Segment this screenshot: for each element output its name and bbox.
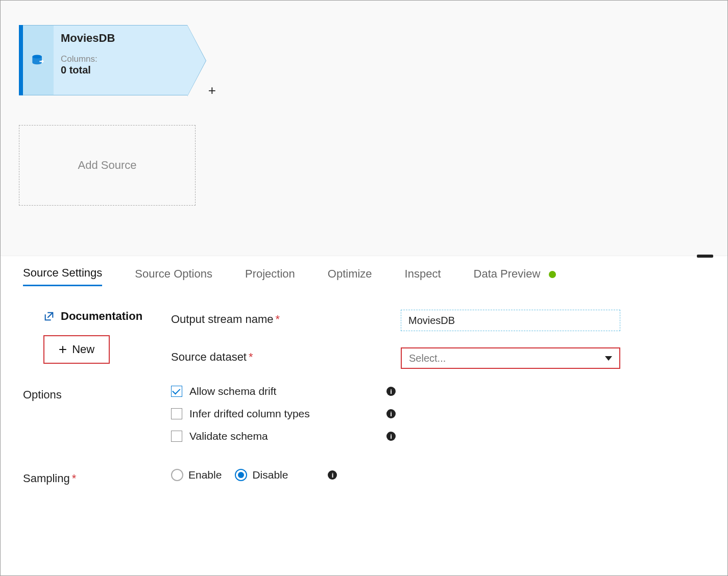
add-source-label: Add Source (78, 159, 137, 172)
node-columns-label: Columns: (61, 54, 180, 64)
source-dataset-label: Source dataset* (171, 347, 396, 364)
tab-data-preview[interactable]: Data Preview (474, 267, 556, 286)
tab-inspect[interactable]: Inspect (405, 267, 441, 286)
tab-projection[interactable]: Projection (245, 267, 295, 286)
output-stream-name-input[interactable] (401, 310, 620, 331)
chevron-down-icon (605, 356, 612, 361)
option-infer-drifted-column-types[interactable]: Infer drifted column types i (171, 408, 457, 420)
external-link-icon (43, 311, 55, 322)
checkbox-allow-schema-drift[interactable] (171, 386, 182, 397)
node-accent-bar (19, 25, 23, 95)
documentation-label: Documentation (61, 310, 142, 323)
info-icon[interactable]: i (386, 387, 396, 396)
option-label: Infer drifted column types (189, 408, 310, 420)
required-asterisk: * (276, 313, 280, 325)
node-icon-area (23, 25, 54, 95)
data-preview-status-dot (549, 271, 556, 278)
sampling-group: Enable Disable i (171, 469, 457, 481)
documentation-link[interactable]: Documentation (43, 310, 166, 323)
option-label: Allow schema drift (189, 385, 276, 397)
option-label: Validate schema (189, 430, 268, 442)
settings-tab-strip: Source Settings Source Options Projectio… (1, 256, 727, 286)
sampling-disable-option[interactable]: Disable (235, 469, 288, 481)
plus-icon: + (59, 342, 67, 357)
option-validate-schema[interactable]: Validate schema i (171, 430, 457, 442)
source-node-moviesdb[interactable]: MoviesDB Columns: 0 total + (19, 25, 187, 95)
radio-disable-label: Disable (252, 469, 288, 481)
sampling-label: Sampling* (23, 469, 166, 485)
tab-source-options[interactable]: Source Options (135, 267, 212, 286)
new-button-label: New (72, 343, 94, 356)
tab-optimize[interactable]: Optimize (328, 267, 372, 286)
info-icon[interactable]: i (386, 432, 396, 441)
checkbox-validate-schema[interactable] (171, 431, 182, 442)
info-icon[interactable]: i (386, 409, 396, 418)
node-columns-count: 0 total (61, 64, 180, 76)
source-dataset-select[interactable]: Select... (401, 347, 620, 369)
required-asterisk: * (72, 472, 77, 485)
add-source-placeholder[interactable]: Add Source (19, 125, 196, 206)
data-flow-canvas[interactable]: MoviesDB Columns: 0 total + Add Source (1, 1, 727, 256)
source-settings-form: Output stream name* Documentation + New … (1, 286, 727, 485)
radio-enable-label: Enable (188, 469, 222, 481)
checkbox-infer-drifted[interactable] (171, 408, 182, 419)
node-arrow (187, 26, 206, 96)
sampling-enable-option[interactable]: Enable (171, 469, 222, 481)
add-transformation-button[interactable]: + (208, 83, 216, 98)
node-body: MoviesDB Columns: 0 total (54, 25, 187, 95)
required-asterisk: * (249, 350, 253, 363)
database-source-icon (31, 53, 45, 67)
tab-data-preview-label: Data Preview (474, 267, 541, 280)
node-title: MoviesDB (61, 32, 180, 45)
panel-resize-handle[interactable] (697, 255, 713, 258)
options-group: Allow schema drift i Infer drifted colum… (171, 385, 457, 453)
new-dataset-button[interactable]: + New (43, 335, 110, 364)
options-label: Options (23, 385, 166, 402)
output-stream-name-text: Output stream name (171, 313, 274, 325)
source-dataset-text: Source dataset (171, 350, 247, 363)
sampling-text: Sampling (23, 472, 70, 485)
tab-source-settings[interactable]: Source Settings (23, 266, 102, 286)
output-stream-name-label: Output stream name* (171, 310, 396, 326)
radio-enable[interactable] (171, 469, 183, 481)
option-allow-schema-drift[interactable]: Allow schema drift i (171, 385, 457, 397)
radio-disable[interactable] (235, 469, 247, 481)
source-dataset-placeholder: Select... (409, 353, 446, 364)
info-icon[interactable]: i (328, 470, 337, 480)
